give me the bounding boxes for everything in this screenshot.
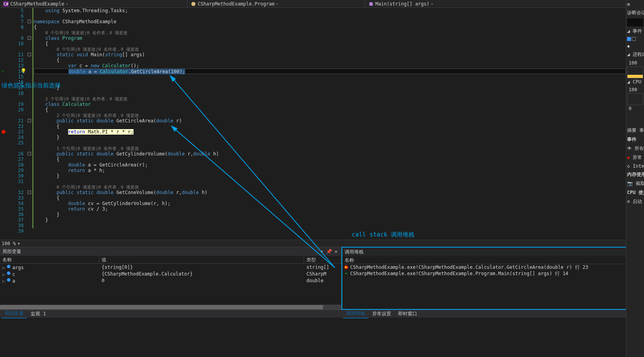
code-area[interactable]: using System.Threading.Tasks;namespace C… [34, 8, 626, 240]
code-line[interactable]: { [34, 195, 626, 201]
class-name: CSharpMethodExample.Program [198, 1, 275, 7]
diag-all[interactable]: 👁 所有 [627, 145, 643, 152]
code-line[interactable] [34, 228, 626, 234]
diag-intellitrace[interactable]: ◇ Inte [627, 163, 643, 169]
code-line[interactable]: 0 个引用|0 项更改|0 名作者，0 项更改 [34, 46, 626, 52]
locals-row[interactable]: ▷a0double [0, 277, 341, 284]
fold-toggle[interactable]: - [28, 20, 31, 23]
code-line[interactable]: class Program [34, 35, 626, 41]
code-line[interactable]: } [34, 212, 626, 217]
zoom-bar: 100 %▾ [0, 240, 644, 247]
diag-start[interactable]: ⊙ 启动 [627, 198, 643, 205]
fold-toggle[interactable]: - [28, 53, 31, 56]
callstack-grid-header: 名称 [342, 256, 643, 264]
close-icon[interactable]: ✕ [333, 249, 339, 254]
breakpoint-icon[interactable] [2, 130, 6, 134]
method-name: Main(string[] args) [375, 1, 429, 7]
code-line[interactable]: return a * h; [34, 168, 626, 173]
code-line[interactable] [34, 13, 626, 19]
lightbulb-icon[interactable]: 💡 [20, 68, 26, 74]
code-line[interactable]: double a = Calculator.GetCircleArea(100)… [34, 68, 626, 74]
code-line[interactable]: { [34, 157, 626, 162]
tab-locals[interactable]: 局部变量 [2, 309, 27, 318]
col-name[interactable]: 名称 [0, 256, 99, 263]
breakpoint-column[interactable]: ➡ 💡 [0, 8, 7, 240]
code-line[interactable]: { [34, 41, 626, 46]
callstack-row[interactable]: ➡CSharpMethodExample.exe!CSharpMethodExa… [342, 270, 643, 277]
code-line[interactable]: using System.Threading.Tasks; [34, 8, 626, 13]
code-line[interactable]: class Calculator [34, 102, 626, 107]
gear-icon[interactable]: ⚙ [627, 2, 643, 7]
code-line[interactable]: return Math.PI * r * r; [34, 129, 626, 135]
code-line[interactable]: 1 个引用|0 项更改|0 名作者，0 项更改 [34, 146, 626, 151]
diag-summary[interactable]: 摘要 事 [627, 127, 643, 134]
code-line[interactable]: { [34, 24, 626, 30]
locals-tabs: 局部变量 监视 1 [0, 310, 341, 318]
col-value[interactable]: 值 [99, 256, 304, 263]
pin-icon[interactable]: 📌 [326, 249, 332, 254]
tab-exceptions[interactable]: 异常设置 [369, 310, 394, 318]
zoom-dropdown[interactable]: 100 %▾ [2, 241, 20, 246]
diag-cpu-hdr[interactable]: ◢ CPU ( [627, 79, 643, 85]
code-line[interactable]: } [34, 85, 626, 91]
diag-process-hdr[interactable]: ◢ 进程内 [627, 51, 643, 58]
col-type[interactable]: 类型 [304, 256, 341, 263]
col-name[interactable]: 名称 [342, 256, 643, 264]
code-line[interactable]: var c = new Calculator(); [34, 63, 626, 68]
code-line[interactable]: 2 个引用|0 项更改|0 名作者，0 项更改 [34, 96, 626, 102]
method-icon [368, 1, 374, 7]
code-line[interactable]: } [34, 217, 626, 223]
code-line[interactable]: return cv / 3; [34, 206, 626, 212]
fold-column[interactable]: ------ [27, 8, 32, 240]
code-line[interactable]: static void Main(string[] args) [34, 52, 626, 57]
tab-watch1[interactable]: 监视 1 [28, 310, 49, 318]
csharp-project-icon: C# [3, 1, 9, 7]
tab-immediate[interactable]: 即时窗口 [395, 310, 420, 318]
fold-toggle[interactable]: - [28, 36, 31, 40]
fold-toggle[interactable]: - [28, 119, 31, 122]
code-line[interactable] [34, 80, 626, 85]
callstack-tabs: 调用堆栈 异常设置 即时窗口 [341, 310, 644, 318]
code-line[interactable]: 2 个引用|0 项更改|0 名作者，0 项更改 [34, 113, 626, 118]
code-line[interactable]: public static double GetConeVolume(doubl… [34, 190, 626, 195]
fold-toggle[interactable]: - [28, 191, 31, 194]
code-line[interactable]: public static double GetCircleArea(doubl… [34, 118, 626, 124]
code-line[interactable]: namespace CSharpMethodExample [34, 19, 626, 24]
code-line[interactable] [34, 74, 626, 80]
horizontal-scrollbar[interactable] [0, 305, 341, 310]
callstack-row[interactable]: CSharpMethodExample.exe!CSharpMethodExam… [342, 264, 643, 270]
svg-rect-3 [369, 2, 373, 6]
svg-text:C#: C# [4, 1, 9, 6]
code-line[interactable]: double cv = GetCylinderVolume(r, h); [34, 201, 626, 206]
callstack-body[interactable]: CSharpMethodExample.exe!CSharpMethodExam… [342, 264, 643, 309]
code-line[interactable] [34, 179, 626, 184]
locals-grid-body[interactable]: ▷args{string[0]}string[]▷c{CSharpMethodE… [0, 264, 341, 305]
diag-exception[interactable]: ◆ 异常 [627, 154, 643, 161]
code-line[interactable]: public static double GetCylinderVolume(d… [34, 151, 626, 157]
code-line[interactable]: 0 个引用|0 项更改|0 名作者，0 项更改 [34, 184, 626, 190]
code-line[interactable]: 0 个引用|0 项更改|0 名作者，0 项更改 [34, 30, 626, 35]
dropdown-icon[interactable]: ▾ [319, 249, 325, 254]
project-dropdown[interactable]: C# CSharpMethodExample [0, 0, 187, 7]
fold-toggle[interactable]: - [28, 152, 31, 155]
locals-row[interactable]: ▷args{string[0]}string[] [0, 264, 341, 270]
locals-panel: 局部变量 ▾ 📌 ✕ 名称 值 类型 ▷args{string[0]}strin… [0, 247, 341, 310]
diag-events-hdr[interactable]: ◢ 事件 [627, 28, 643, 35]
locals-row[interactable]: ▷c{CSharpMethodExample.Calculator}CSharp… [0, 270, 341, 277]
tab-callstack[interactable]: 调用堆栈 [343, 309, 368, 318]
code-line[interactable]: } [34, 173, 626, 179]
code-line[interactable] [34, 91, 626, 96]
method-dropdown[interactable]: Main(string[] args) [365, 0, 626, 7]
class-dropdown[interactable]: CSharpMethodExample.Program [187, 0, 365, 7]
frame-arrow-icon: ➡ [344, 271, 349, 276]
code-line[interactable]: { [34, 124, 626, 129]
code-editor[interactable]: ➡ 💡 567891011121314151617181920212223242… [0, 8, 644, 240]
code-line[interactable] [34, 140, 626, 146]
code-line[interactable] [34, 223, 626, 228]
code-line[interactable]: { [34, 107, 626, 113]
code-line[interactable]: { [34, 57, 626, 63]
code-line[interactable]: double a = GetCircleArea(r); [34, 162, 626, 168]
code-line[interactable]: } [34, 135, 626, 140]
class-icon [191, 1, 196, 7]
diag-snapshot[interactable]: 📷 截取 [627, 180, 643, 187]
